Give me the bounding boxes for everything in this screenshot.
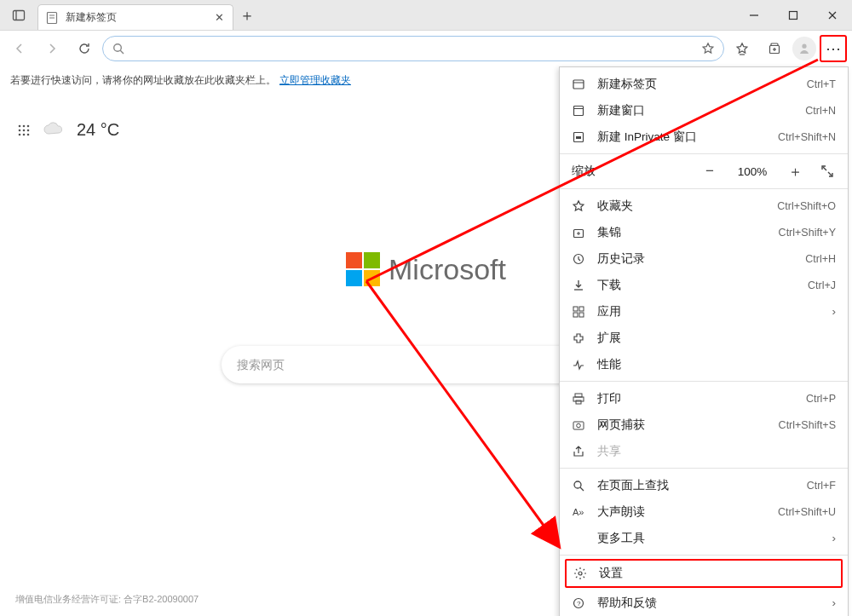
menu-collections[interactable]: 集锦 Ctrl+Shift+Y: [560, 219, 848, 245]
svg-point-44: [577, 423, 581, 428]
new-tab-button[interactable]: ＋: [233, 0, 261, 30]
menu-extensions[interactable]: 扩展: [560, 325, 848, 351]
manage-favorites-link[interactable]: 立即管理收藏夹: [279, 73, 351, 88]
svg-rect-25: [573, 80, 584, 89]
favorites-button[interactable]: [728, 34, 757, 63]
close-window-button[interactable]: [813, 0, 852, 30]
capture-icon: [572, 418, 587, 432]
print-icon: [572, 392, 587, 406]
zoom-out-button[interactable]: −: [698, 160, 722, 182]
svg-rect-0: [14, 10, 25, 20]
tab-actions-button[interactable]: [0, 0, 37, 30]
menu-settings[interactable]: 设置: [567, 561, 841, 586]
svg-line-46: [580, 487, 584, 491]
maximize-button[interactable]: [774, 0, 813, 30]
svg-rect-6: [790, 11, 797, 19]
svg-point-45: [574, 481, 581, 488]
svg-rect-27: [574, 106, 584, 115]
menu-favorites[interactable]: 收藏夹 Ctrl+Shift+O: [560, 193, 848, 219]
profile-button[interactable]: [792, 37, 816, 60]
menu-read-aloud[interactable]: A» 大声朗读 Ctrl+Shift+U: [560, 498, 848, 525]
new-tab-icon: [572, 78, 587, 91]
menu-new-window[interactable]: 新建窗口 Ctrl+N: [560, 97, 848, 124]
svg-point-22: [19, 133, 21, 135]
avatar-icon: [797, 42, 811, 55]
close-tab-button[interactable]: ✕: [212, 11, 226, 25]
tab-actions-icon: [12, 9, 26, 22]
search-icon: [112, 42, 125, 55]
browser-tab[interactable]: 新建标签页 ✕: [37, 4, 233, 30]
svg-point-18: [27, 124, 30, 127]
menu-print[interactable]: 打印 Ctrl+P: [560, 385, 848, 412]
page-icon: [45, 11, 59, 25]
refresh-button[interactable]: [70, 34, 99, 63]
inprivate-icon: [572, 130, 587, 144]
more-menu-button[interactable]: ⋯: [820, 35, 847, 62]
collections-button[interactable]: [760, 34, 789, 63]
gear-icon: [573, 567, 589, 580]
apps-grid-icon[interactable]: [17, 124, 31, 137]
collections-icon: [572, 226, 587, 239]
svg-text:A»: A»: [573, 507, 584, 517]
temperature-value: 24 °C: [77, 120, 119, 140]
microsoft-logo-icon: [346, 252, 380, 286]
svg-point-9: [114, 44, 122, 52]
new-window-icon: [572, 104, 587, 118]
svg-point-15: [802, 44, 806, 49]
zoom-in-button[interactable]: ＋: [783, 160, 807, 182]
find-icon: [572, 479, 587, 492]
fullscreen-button[interactable]: [815, 160, 839, 182]
cloud-icon: [43, 121, 65, 140]
menu-find[interactable]: 在页面上查找 Ctrl+F: [560, 472, 848, 498]
forward-button[interactable]: [37, 34, 66, 63]
history-icon: [572, 252, 587, 266]
back-button[interactable]: [5, 34, 34, 63]
menu-downloads[interactable]: 下载 Ctrl+J: [560, 272, 848, 298]
share-icon: [572, 445, 587, 458]
menu-share: 共享: [560, 438, 848, 464]
menu-more-tools[interactable]: 更多工具 ›: [560, 525, 848, 551]
svg-rect-43: [573, 422, 584, 429]
svg-rect-37: [579, 307, 584, 311]
menu-performance[interactable]: 性能: [560, 351, 848, 377]
window-controls: [734, 0, 852, 30]
chevron-right-icon: ›: [832, 596, 837, 609]
menu-help[interactable]: ? 帮助和反馈 ›: [560, 590, 848, 616]
menu-settings-highlight: 设置: [565, 559, 843, 588]
zoom-value: 100%: [730, 165, 774, 178]
svg-point-48: [579, 572, 582, 575]
menu-new-inprivate[interactable]: 新建 InPrivate 窗口 Ctrl+Shift+N: [560, 124, 848, 150]
svg-point-24: [27, 133, 30, 135]
svg-rect-36: [573, 307, 578, 311]
svg-rect-39: [579, 313, 584, 317]
microsoft-wordmark: Microsoft: [389, 253, 506, 286]
favorite-star-button[interactable]: [701, 42, 715, 55]
svg-point-17: [23, 124, 26, 127]
svg-rect-30: [576, 136, 581, 139]
svg-rect-40: [575, 394, 582, 397]
tab-title: 新建标签页: [66, 10, 205, 25]
weather-widget[interactable]: 24 °C: [17, 120, 119, 140]
license-footer: 增值电信业务经营许可证: 合字B2-20090007: [15, 593, 199, 606]
chevron-right-icon: ›: [832, 305, 837, 318]
menu-apps[interactable]: 应用 ›: [560, 298, 848, 325]
menu-history[interactable]: 历史记录 Ctrl+H: [560, 245, 848, 272]
svg-text:?: ?: [577, 600, 581, 607]
svg-point-20: [23, 129, 26, 131]
download-icon: [572, 279, 587, 292]
extensions-icon: [572, 331, 587, 345]
menu-web-capture[interactable]: 网页捕获 Ctrl+Shift+S: [560, 412, 848, 438]
svg-rect-38: [573, 313, 578, 317]
svg-point-23: [23, 133, 26, 135]
app-menu: 新建标签页 Ctrl+T 新建窗口 Ctrl+N 新建 InPrivate 窗口…: [559, 66, 849, 616]
performance-icon: [572, 358, 587, 371]
address-bar[interactable]: [102, 36, 724, 61]
svg-point-21: [27, 129, 30, 131]
minimize-button[interactable]: [734, 0, 774, 30]
hint-text: 若要进行快速访问，请将你的网址收藏放在此收藏夹栏上。: [10, 73, 276, 88]
menu-zoom-row: 缩放 − 100% ＋: [560, 158, 848, 185]
svg-point-19: [19, 129, 21, 131]
star-icon: [572, 199, 587, 213]
chevron-right-icon: ›: [832, 532, 837, 544]
menu-new-tab[interactable]: 新建标签页 Ctrl+T: [560, 71, 848, 97]
